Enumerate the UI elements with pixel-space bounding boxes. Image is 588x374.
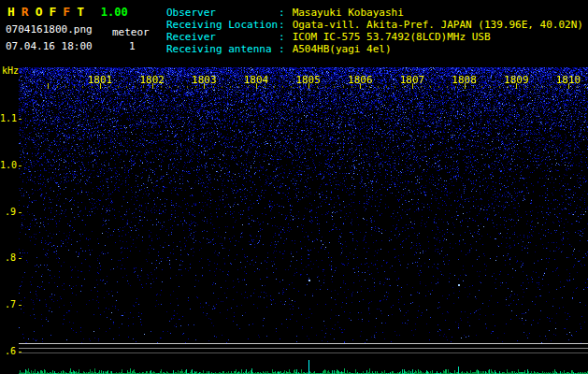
- info-label: Receiving Location: [166, 19, 279, 31]
- app-title: HROFFT 1.00: [7, 5, 128, 19]
- y-tick-label: 1.1: [0, 113, 16, 123]
- hrofft-output: HROFFT 1.00 0704161800.png meteor 07.04.…: [0, 0, 588, 374]
- app-title-letters: HROFFT: [7, 5, 91, 19]
- info-row: Observer:Masayuki Kobayashi: [166, 7, 583, 19]
- info-label: Receiving antenna: [166, 43, 279, 55]
- observation-mode-label: meteor: [112, 26, 150, 38]
- info-colon: :: [279, 19, 285, 31]
- app-title-letter: F: [49, 5, 56, 19]
- meteor-count: 1: [129, 40, 136, 52]
- y-tick-label: .9: [0, 207, 16, 217]
- y-tick-label: .7: [0, 299, 16, 309]
- info-value: A504HB(yagi 4el): [293, 43, 392, 55]
- info-label: Receiver: [166, 31, 279, 43]
- x-tick-label: 1808: [452, 74, 477, 86]
- info-label: Observer: [166, 7, 279, 19]
- x-tick-label: 1801: [88, 74, 113, 86]
- y-tick-label: .8: [0, 252, 16, 263]
- y-axis-unit-label: kHz: [2, 65, 19, 76]
- y-tick-label: .6: [0, 346, 16, 356]
- info-colon: :: [279, 31, 285, 43]
- x-tick-label: 1810: [556, 74, 581, 86]
- x-tick-label: 1803: [192, 74, 217, 86]
- info-row: Receiving antenna:A504HB(yagi 4el): [166, 43, 583, 55]
- observation-datetime: 07.04.16 18:00: [6, 40, 93, 52]
- spectrogram-plot: 1801180218031804180518061807180818091810: [19, 67, 588, 374]
- app-title-letter: O: [36, 5, 43, 19]
- app-title-letter: F: [63, 5, 70, 19]
- app-title-letter: H: [7, 5, 15, 19]
- info-colon: :: [279, 43, 285, 55]
- x-tick-label: 1802: [139, 74, 165, 86]
- x-tick-label: 1809: [504, 74, 529, 86]
- app-title-letter: R: [22, 5, 29, 19]
- y-tick-label: 1.0: [0, 160, 16, 170]
- x-tick-label: 1804: [244, 74, 269, 86]
- x-tick-label: 1805: [295, 74, 321, 86]
- info-value: Masayuki Kobayashi: [293, 7, 404, 19]
- output-filename: 0704161800.png: [6, 23, 93, 36]
- app-title-letter: T: [77, 5, 84, 19]
- info-row: Receiver:ICOM IC-575 53.7492(8LCD)MHz US…: [166, 31, 583, 43]
- station-info: Observer:Masayuki KobayashiReceiving Loc…: [166, 7, 583, 55]
- info-value: ICOM IC-575 53.7492(8LCD)MHz USB: [293, 31, 491, 43]
- info-value: Ogata-vill. Akita-Pref. JAPAN (139.96E, …: [293, 19, 583, 31]
- spectrogram-canvas: [19, 67, 588, 374]
- info-colon: :: [279, 7, 285, 19]
- app-version: 1.00: [101, 6, 128, 19]
- x-tick-label: 1806: [348, 74, 373, 86]
- info-row: Receiving Location:Ogata-vill. Akita-Pre…: [166, 19, 583, 31]
- x-tick-label: 1807: [400, 74, 425, 86]
